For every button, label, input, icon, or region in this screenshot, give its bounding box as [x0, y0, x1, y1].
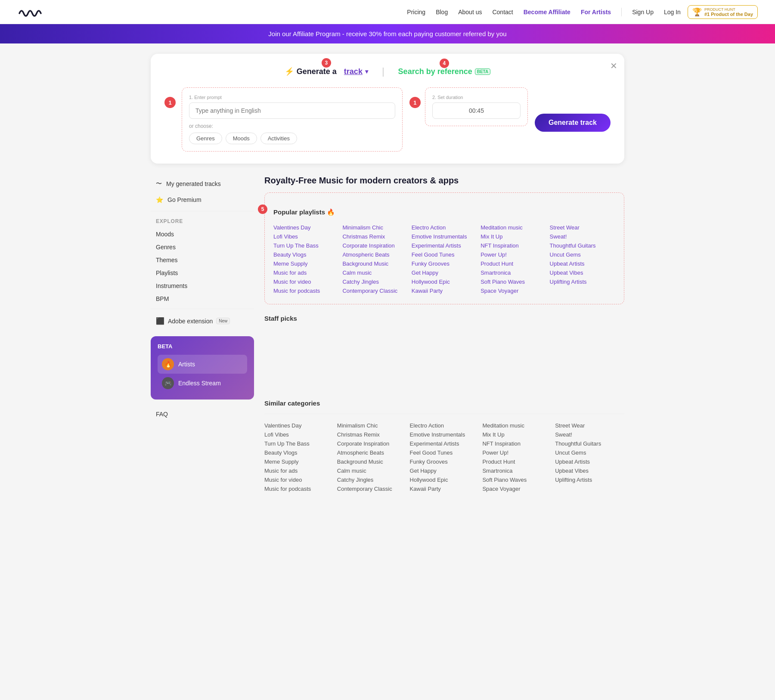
genre-tag[interactable]: Genres: [189, 133, 222, 144]
product-hunt-badge[interactable]: 🏆 PRODUCT HUNT #1 Product of the Day: [688, 5, 758, 19]
playlist-upbeat-artists[interactable]: Upbeat Artists: [550, 259, 615, 268]
playlist-meditation-music[interactable]: Meditation music: [480, 223, 546, 232]
playlist-soft-piano-waves[interactable]: Soft Piano Waves: [480, 277, 546, 286]
similar-background-music[interactable]: Background Music: [337, 457, 406, 466]
similar-music-ads[interactable]: Music for ads: [264, 466, 334, 475]
tab-search-reference[interactable]: Search by reference BETA: [398, 67, 491, 76]
playlist-contemporary-classic[interactable]: Contemporary Classic: [342, 286, 408, 295]
playlist-uncut-gems[interactable]: Uncut Gems: [550, 250, 615, 259]
sidebar-faq[interactable]: FAQ: [151, 406, 254, 422]
logo[interactable]: [17, 5, 43, 19]
activity-tag[interactable]: Activities: [260, 133, 297, 144]
beta-endless-stream[interactable]: 🎮 Endless Stream: [158, 374, 247, 393]
similar-music-video[interactable]: Music for video: [264, 475, 334, 484]
nav-pricing[interactable]: Pricing: [407, 9, 425, 15]
nav-contact[interactable]: Contact: [492, 9, 513, 15]
nav-affiliate[interactable]: Become Affiliate: [524, 9, 570, 15]
playlist-corporate-inspiration[interactable]: Corporate Inspiration: [342, 241, 408, 250]
duration-input[interactable]: [432, 102, 521, 119]
similar-thoughtful-guitars[interactable]: Thoughtful Guitars: [555, 439, 624, 448]
similar-power-up[interactable]: Power Up!: [482, 448, 552, 457]
playlist-lofi-vibes[interactable]: Lofi Vibes: [273, 232, 339, 241]
playlist-upbeat-vibes[interactable]: Upbeat Vibes: [550, 268, 615, 277]
playlist-power-up[interactable]: Power Up!: [480, 250, 546, 259]
playlist-beauty-vlogs[interactable]: Beauty Vlogs: [273, 250, 339, 259]
close-button[interactable]: ✕: [610, 61, 617, 71]
nav-blog[interactable]: Blog: [436, 9, 448, 15]
nav-artists[interactable]: For Artists: [581, 9, 611, 15]
playlist-electro-action[interactable]: Electro Action: [412, 223, 477, 232]
tab-generate[interactable]: ⚡ Generate a track ▾: [285, 67, 368, 76]
similar-emotive-instrumentals[interactable]: Emotive Instrumentals: [410, 430, 479, 439]
similar-soft-piano-waves[interactable]: Soft Piano Waves: [482, 475, 552, 484]
playlist-smartronica[interactable]: Smartronica: [480, 268, 546, 277]
playlist-street-wear[interactable]: Street Wear: [550, 223, 615, 232]
similar-upbeat-artists[interactable]: Upbeat Artists: [555, 457, 624, 466]
similar-valentines-day[interactable]: Valentines Day: [264, 421, 334, 430]
similar-street-wear[interactable]: Street Wear: [555, 421, 624, 430]
playlist-calm-music[interactable]: Calm music: [342, 268, 408, 277]
playlist-valentines-day[interactable]: Valentines Day: [273, 223, 339, 232]
similar-christmas-remix[interactable]: Christmas Remix: [337, 430, 406, 439]
similar-lofi-vibes[interactable]: Lofi Vibes: [264, 430, 334, 439]
playlist-thoughtful-guitars[interactable]: Thoughtful Guitars: [550, 241, 615, 250]
playlist-mix-it-up[interactable]: Mix It Up: [480, 232, 546, 241]
similar-uplifting-artists[interactable]: Uplifting Artists: [555, 475, 624, 484]
similar-space-voyager[interactable]: Space Voyager: [482, 484, 552, 493]
sidebar-playlists[interactable]: Playlists: [151, 266, 254, 279]
similar-contemporary-classic[interactable]: Contemporary Classic: [337, 484, 406, 493]
similar-get-happy[interactable]: Get Happy: [410, 466, 479, 475]
playlist-sweat[interactable]: Sweat!: [550, 232, 615, 241]
playlist-funky-grooves[interactable]: Funky Grooves: [412, 259, 477, 268]
generate-button[interactable]: Generate track: [535, 114, 611, 132]
adobe-extension[interactable]: ⬛ Adobe extension New: [151, 313, 254, 329]
playlist-feel-good-tunes[interactable]: Feel Good Tunes: [412, 250, 477, 259]
similar-sweat[interactable]: Sweat!: [555, 430, 624, 439]
playlist-meme-supply[interactable]: Meme Supply: [273, 259, 339, 268]
playlist-music-podcasts[interactable]: Music for podcasts: [273, 286, 339, 295]
playlist-space-voyager[interactable]: Space Voyager: [480, 286, 546, 295]
playlist-catchy-jingles[interactable]: Catchy Jingles: [342, 277, 408, 286]
my-generated-tracks[interactable]: 〜 My generated tracks: [151, 176, 254, 192]
playlist-background-music[interactable]: Background Music: [342, 259, 408, 268]
playlist-kawaii-party[interactable]: Kawaii Party: [412, 286, 477, 295]
similar-meditation-music[interactable]: Meditation music: [482, 421, 552, 430]
playlist-get-happy[interactable]: Get Happy: [412, 268, 477, 277]
go-premium[interactable]: ⭐ Go Premium: [151, 192, 254, 208]
beta-artists[interactable]: 🔥 Artists: [158, 355, 247, 374]
playlist-music-video[interactable]: Music for video: [273, 277, 339, 286]
nav-signup[interactable]: Sign Up: [632, 9, 654, 15]
similar-atmospheric-beats[interactable]: Atmospheric Beats: [337, 448, 406, 457]
playlist-music-ads[interactable]: Music for ads: [273, 268, 339, 277]
similar-mix-it-up[interactable]: Mix It Up: [482, 430, 552, 439]
similar-uncut-gems[interactable]: Uncut Gems: [555, 448, 624, 457]
playlist-christmas-remix[interactable]: Christmas Remix: [342, 232, 408, 241]
sidebar-moods[interactable]: Moods: [151, 228, 254, 241]
playlist-atmospheric-beats[interactable]: Atmospheric Beats: [342, 250, 408, 259]
nav-about[interactable]: About us: [458, 9, 482, 15]
mood-tag[interactable]: Moods: [226, 133, 257, 144]
similar-funky-grooves[interactable]: Funky Grooves: [410, 457, 479, 466]
similar-minimalism-chic[interactable]: Minimalism Chic: [337, 421, 406, 430]
similar-catchy-jingles[interactable]: Catchy Jingles: [337, 475, 406, 484]
playlist-nft-inspiration[interactable]: NFT Inspiration: [480, 241, 546, 250]
prompt-input[interactable]: [189, 102, 395, 119]
similar-meme-supply[interactable]: Meme Supply: [264, 457, 334, 466]
playlist-hollywood-epic[interactable]: Hollywood Epic: [412, 277, 477, 286]
sidebar-themes[interactable]: Themes: [151, 254, 254, 266]
playlist-uplifting-artists[interactable]: Uplifting Artists: [550, 277, 615, 286]
playlist-turn-up-bass[interactable]: Turn Up The Bass: [273, 241, 339, 250]
playlist-experimental-artists[interactable]: Experimental Artists: [412, 241, 477, 250]
similar-upbeat-vibes[interactable]: Upbeat Vibes: [555, 466, 624, 475]
similar-music-podcasts[interactable]: Music for podcasts: [264, 484, 334, 493]
similar-hollywood-epic[interactable]: Hollywood Epic: [410, 475, 479, 484]
affiliate-banner[interactable]: Join our Affiliate Program - receive 30%…: [0, 24, 775, 43]
playlist-emotive-instrumentals[interactable]: Emotive Instrumentals: [412, 232, 477, 241]
sidebar-genres[interactable]: Genres: [151, 241, 254, 254]
playlist-product-hunt[interactable]: Product Hunt: [480, 259, 546, 268]
similar-feel-good-tunes[interactable]: Feel Good Tunes: [410, 448, 479, 457]
similar-turn-up-bass[interactable]: Turn Up The Bass: [264, 439, 334, 448]
nav-login[interactable]: Log In: [664, 9, 681, 15]
similar-nft-inspiration[interactable]: NFT Inspiration: [482, 439, 552, 448]
similar-smartronica[interactable]: Smartronica: [482, 466, 552, 475]
